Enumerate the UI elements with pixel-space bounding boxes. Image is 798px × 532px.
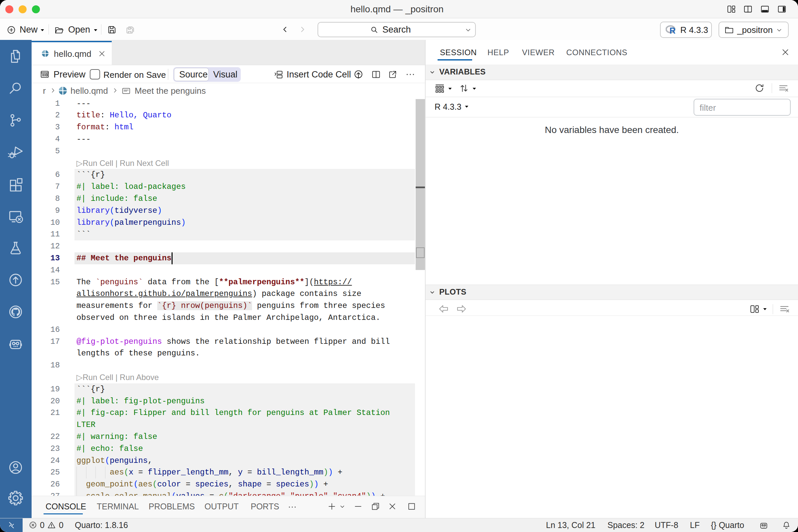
svg-text:R: R — [670, 26, 676, 35]
